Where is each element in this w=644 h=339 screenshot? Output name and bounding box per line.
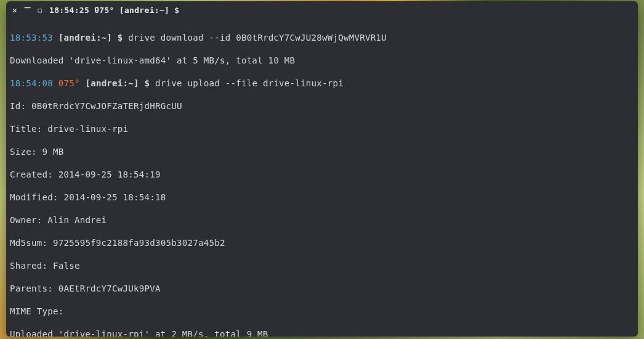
window-controls: ✕ ─ ▢ [12, 5, 42, 15]
maximize-icon[interactable]: ▢ [38, 7, 42, 14]
minimize-icon[interactable]: ─ [25, 3, 31, 13]
window-title: 18:54:25 θ75° [andrei:~] $ [49, 6, 179, 15]
prompt: [andrei:~] $ [58, 33, 123, 43]
output-line: Parents: 0AEtRrdcY7CwJUk9PVA [10, 283, 634, 295]
prompt: [andrei:~] $ [85, 78, 150, 88]
command-text: drive upload --file drive-linux-rpi [155, 78, 344, 88]
output-line: Owner: Alin Andrei [10, 214, 634, 226]
output-line: Md5sum: 9725595f9c2188fa93d305b3027a45b2 [10, 237, 634, 249]
close-icon[interactable]: ✕ [12, 6, 17, 14]
output-line: Size: 9 MB [10, 146, 634, 158]
timestamp: 18:54:08 [10, 78, 53, 88]
output-line: Title: drive-linux-rpi [10, 123, 634, 135]
output-line: Created: 2014-09-25 18:54:19 [10, 169, 634, 181]
terminal-body[interactable]: 18:53:53 [andrei:~] $ drive download --i… [6, 18, 638, 337]
output-line: Downloaded 'drive-linux-amd64' at 5 MB/s… [10, 55, 634, 67]
output-line: Id: 0B0tRrdcY7CwJOFZaTERjdHRGcUU [10, 100, 634, 112]
output-line: 18:53:53 [andrei:~] $ drive download --i… [10, 32, 634, 44]
timestamp: 18:53:53 [10, 33, 53, 43]
temperature: θ75° [58, 78, 80, 88]
command-text: drive download --id 0B0tRrdcY7CwJU28wWjQ… [128, 33, 387, 43]
titlebar: ✕ ─ ▢ 18:54:25 θ75° [andrei:~] $ [6, 1, 638, 18]
output-line: 18:54:08 θ75° [andrei:~] $ drive upload … [10, 78, 634, 89]
output-line: Shared: False [10, 260, 634, 272]
output-line: MIME Type: [10, 306, 634, 317]
terminal-window: ✕ ─ ▢ 18:54:25 θ75° [andrei:~] $ 18:53:5… [6, 1, 638, 337]
output-line: Modified: 2014-09-25 18:54:18 [10, 192, 634, 203]
output-line: Uploaded 'drive-linux-rpi' at 2 MB/s, to… [10, 329, 634, 337]
